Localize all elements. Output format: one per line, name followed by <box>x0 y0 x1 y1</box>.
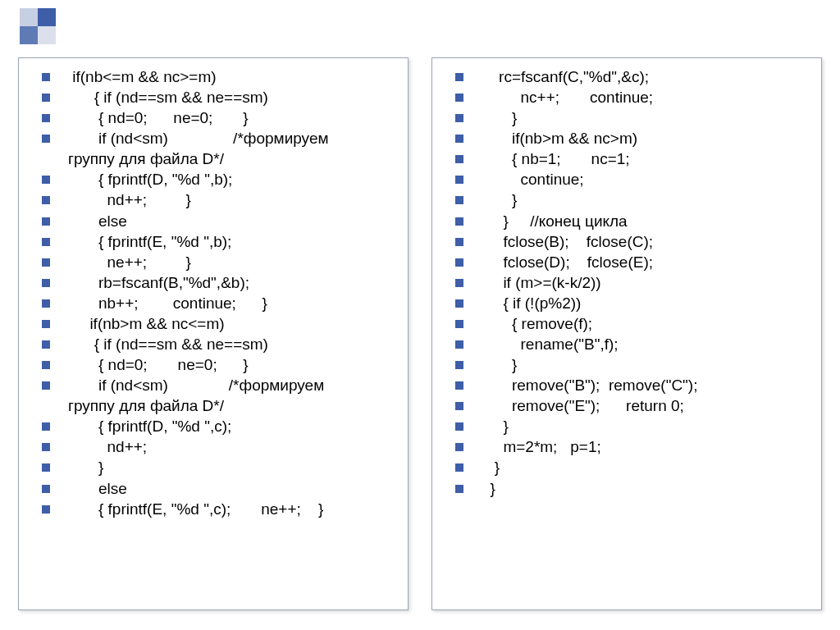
code-line: { nd=0; ne=0; } <box>30 107 396 128</box>
code-line: remove("E"); return 0; <box>444 395 810 416</box>
code-line: { fprintf(E, "%d ",b); <box>30 231 396 252</box>
code-line: } <box>444 457 810 477</box>
code-line: { if (nd==sm && ne==sm) <box>30 334 396 354</box>
code-line: { fprintf(D, "%d ",b); <box>30 169 396 189</box>
code-line: { remove(f); <box>444 313 810 334</box>
code-line-wrap: группу для файла D*/ <box>30 395 396 416</box>
code-line: } <box>444 478 810 499</box>
code-line: { nd=0; ne=0; } <box>30 354 396 375</box>
code-line: if(nb<=m && nc>=m) <box>30 66 396 87</box>
slide-body: if(nb<=m && nc>=m) { if (nd==sm && ne==s… <box>18 57 822 610</box>
code-line: if(nb>m && nc<=m) <box>30 313 396 334</box>
code-line: fclose(D); fclose(E); <box>444 252 810 272</box>
code-line: ne++; } <box>30 252 396 272</box>
code-line: } <box>444 416 810 436</box>
right-column: rc=fscanf(C,"%d",&c); nc++; continue; } … <box>431 57 822 610</box>
code-list-right: rc=fscanf(C,"%d",&c); nc++; continue; } … <box>444 66 810 499</box>
code-line: { fprintf(D, "%d ",c); <box>30 416 396 436</box>
code-list-left: if(nb<=m && nc>=m) { if (nd==sm && ne==s… <box>30 66 396 519</box>
code-line: if (nd<sm) /*формируем <box>30 375 396 395</box>
code-line: nd++; <box>30 436 396 457</box>
code-line: nb++; continue; } <box>30 293 396 313</box>
code-line: fclose(B); fclose(C); <box>444 231 810 252</box>
code-line: } <box>30 457 396 477</box>
code-line: if (m>=(k-k/2)) <box>444 272 810 293</box>
code-line: else <box>30 478 396 499</box>
left-column: if(nb<=m && nc>=m) { if (nd==sm && ne==s… <box>18 57 409 610</box>
code-line: } <box>444 354 810 375</box>
code-line: { if (nd==sm && ne==sm) <box>30 87 396 107</box>
code-line: rb=fscanf(B,"%d",&b); <box>30 272 396 293</box>
code-line: } //конец цикла <box>444 211 810 231</box>
code-line: if(nb>m && nc>m) <box>444 128 810 148</box>
code-line: nc++; continue; <box>444 87 810 107</box>
code-line: if (nd<sm) /*формируем <box>30 128 396 148</box>
code-line: rename("B",f); <box>444 334 810 354</box>
code-line: } <box>444 189 810 210</box>
code-line: nd++; } <box>30 189 396 210</box>
code-line-wrap: группу для файла D*/ <box>30 148 396 169</box>
code-line: { if (!(p%2)) <box>444 293 810 313</box>
code-line: continue; <box>444 169 810 189</box>
code-line: else <box>30 211 396 231</box>
code-line: } <box>444 107 810 128</box>
code-line: { fprintf(E, "%d ",c); ne++; } <box>30 499 396 519</box>
code-line: { nb=1; nc=1; <box>444 148 810 169</box>
code-line: remove("B"); remove("C"); <box>444 375 810 395</box>
code-line: rc=fscanf(C,"%d",&c); <box>444 66 810 87</box>
code-line: m=2*m; p=1; <box>444 436 810 457</box>
